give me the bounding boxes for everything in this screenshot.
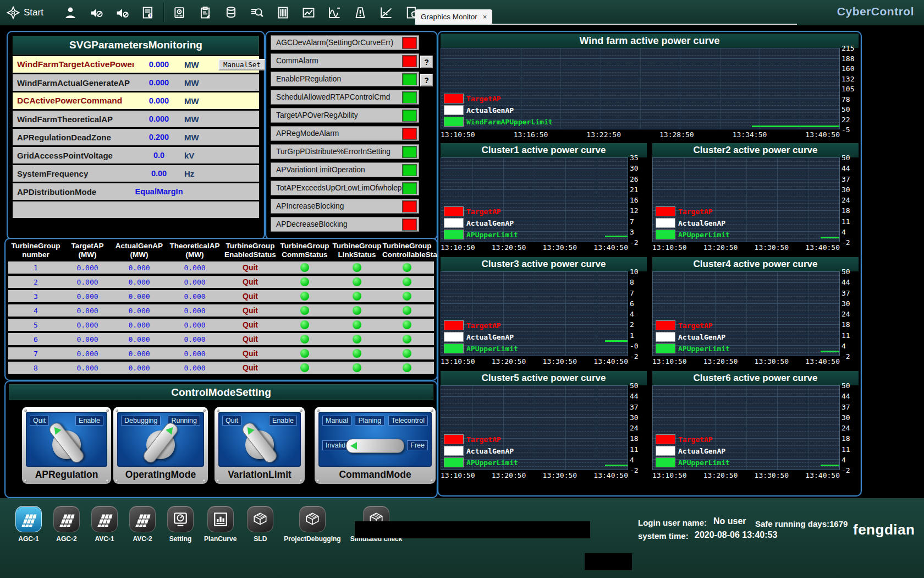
user-button[interactable] [58, 2, 84, 24]
comm-status-led [300, 320, 309, 329]
trend-icon [301, 6, 316, 20]
chart-legend: TargetAPActualGenAPAPUpperLimit [444, 434, 518, 467]
start-button[interactable]: Start [7, 6, 43, 19]
app-avc-1[interactable]: AVC-1 [90, 506, 119, 543]
param-unit: MW [184, 96, 218, 106]
trend-button[interactable] [296, 2, 322, 24]
upper-limit-line [605, 236, 628, 237]
table-header: TurbineGroupnumberTargetAP(MW)ActualGenA… [8, 242, 434, 259]
tab-graphics-monitor[interactable]: Graphics Monitor × [415, 9, 492, 24]
cluster-chart-1: Cluster1 active power curveTargetAPActua… [441, 143, 647, 252]
gridline-vertical [597, 386, 597, 470]
control-mode-panel: ControlModeSetting QuitEnableAPRegulatio… [4, 380, 438, 498]
param-unit: MW [184, 60, 218, 69]
switch-options: ManualPlaningTelecontrol [322, 416, 428, 426]
audio-mute2-button[interactable] [109, 2, 135, 24]
y-tick: 50 [842, 381, 850, 390]
switch-face: ManualPlaningTelecontrolInvalidFree [318, 412, 432, 467]
y-tick: 188 [842, 54, 854, 62]
app-sld[interactable]: SLD [246, 506, 274, 543]
app-avc-2[interactable]: AVC-2 [128, 506, 157, 543]
y-tick: 11 [842, 331, 850, 339]
database-button[interactable] [218, 2, 244, 24]
param-label: GridAccessPointVoltage [17, 151, 134, 160]
screw [106, 479, 109, 482]
analysis-button[interactable] [373, 2, 399, 24]
turbine-group-table: TurbineGroupnumberTargetAP(MW)ActualGenA… [4, 238, 438, 381]
alarm-row: SchedulAllowedRTAPControlCmd [271, 90, 419, 105]
search-button[interactable] [244, 2, 270, 24]
y-tick: 215 [842, 44, 854, 52]
help-button[interactable]: ? [420, 56, 433, 68]
controllable-status-led [403, 363, 411, 372]
chart-y-axis: 504437302418114-2 [840, 385, 859, 470]
command-box[interactable] [585, 553, 632, 570]
option-planing[interactable]: Planing [355, 416, 384, 426]
option-quit[interactable]: Quit [222, 416, 241, 426]
legend-item: APUpperLimit [656, 230, 730, 239]
chart-legend: TargetAPActualGenAPWindFarmAPUpperLimit [444, 94, 553, 127]
option-quit[interactable]: Quit [30, 416, 49, 426]
x-tick: 13:34:50 [733, 130, 767, 139]
close-icon[interactable]: × [483, 13, 487, 21]
comm-status-led [300, 363, 309, 372]
option-manual[interactable]: Manual [322, 416, 351, 426]
monitor-button[interactable] [167, 2, 193, 24]
app-setting[interactable]: Setting [166, 506, 195, 543]
y-tick: 35 [630, 154, 639, 162]
switch-face: QuitEnable [218, 412, 301, 467]
event-log-button[interactable]: ! [135, 2, 161, 24]
app-tile [53, 506, 80, 532]
help-button[interactable]: ? [420, 74, 433, 86]
legend-item: ActualGenAP [444, 446, 518, 456]
x-tick: 13:20:50 [703, 357, 738, 366]
param-label: APRegulationDeadZone [17, 133, 134, 142]
gridline-vertical [535, 158, 535, 242]
system-time-value: 2020-08-06 13:40:53 [695, 530, 777, 540]
x-tick: 13:30:50 [755, 471, 789, 479]
x-tick: 13:30:50 [755, 357, 789, 366]
document-button[interactable] [270, 2, 296, 24]
y-tick: 4 [842, 455, 846, 464]
switch-options: QuitEnable [30, 416, 103, 426]
y-tick: 132 [842, 74, 854, 83]
table-row: 30.0000.0000.000Quit [8, 290, 434, 302]
app-agc-1[interactable]: AGC-1 [14, 506, 43, 543]
app-label: AGC-1 [18, 535, 38, 543]
y-tick: 24 [842, 310, 850, 318]
chart-legend: TargetAPActualGenAPAPUpperLimit [444, 320, 518, 353]
switch-lever[interactable] [346, 439, 404, 453]
param-value: 0.200 [134, 133, 184, 141]
param-value: 0.000 [134, 114, 184, 123]
app-agc-2[interactable]: AGC-2 [52, 506, 81, 543]
audio-mute-button[interactable] [84, 2, 109, 24]
x-tick: 13:40:50 [805, 471, 840, 479]
switch-name-plate: CommandMode [318, 467, 432, 482]
alarm-indicator-red [402, 128, 417, 140]
command-bar[interactable] [355, 521, 590, 538]
option-enable[interactable]: Enable [75, 416, 103, 426]
option-debugging[interactable]: Debugging [121, 416, 161, 426]
alarm-label: APIncreaseBlocking [276, 202, 402, 210]
y-tick: 37 [630, 402, 639, 411]
option-free[interactable]: Free [407, 440, 428, 450]
report-button[interactable] [193, 2, 218, 24]
manual-set-button[interactable]: ManualSet [218, 59, 266, 70]
alarm-row: TurGrpPDistribute%ErrorInSetting [271, 144, 419, 159]
app-projectdebugging[interactable]: ProjectDebugging [284, 506, 340, 543]
waveform-button[interactable] [322, 2, 348, 24]
app-tile [15, 506, 42, 532]
target-ap-value: 0.000 [63, 350, 112, 358]
y-tick: 4 [630, 455, 634, 464]
target-ap-value: 0.000 [63, 364, 112, 372]
x-tick: 13:20:50 [492, 357, 526, 366]
chart-body: TargetAPActualGenAPAPUpperLimit353026211… [441, 157, 647, 242]
option-invalid[interactable]: Invalid [322, 440, 349, 450]
legend-label: APUpperLimit [678, 459, 730, 467]
app-plancurve[interactable]: PlanCurve [204, 506, 237, 543]
param-unit: MW [184, 78, 218, 88]
y-tick: 3 [630, 227, 634, 236]
option-telecontrol[interactable]: Telecontrol [388, 416, 428, 426]
option-enable[interactable]: Enable [269, 416, 297, 426]
alarm-button[interactable] [348, 2, 373, 24]
